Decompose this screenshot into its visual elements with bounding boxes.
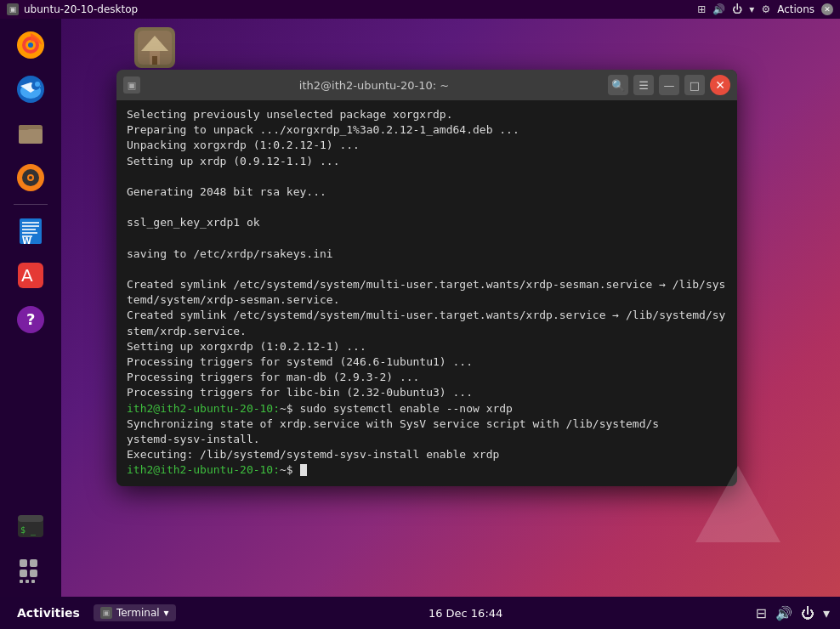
- terminal-output-line: Created symlink /etc/systemd/system/mult…: [127, 277, 727, 308]
- gear-icon: ⚙: [761, 3, 770, 15]
- svg-rect-30: [20, 559, 27, 567]
- svg-rect-18: [22, 225, 39, 227]
- svg-point-3: [28, 42, 33, 48]
- terminal-taskbar-label: Terminal: [116, 607, 160, 619]
- svg-rect-31: [30, 559, 37, 567]
- window-icon: ▣: [7, 3, 19, 15]
- taskbar-icon-show-apps[interactable]: [11, 551, 50, 590]
- terminal-output-line: Created symlink /etc/systemd/system/mult…: [127, 308, 727, 338]
- bottom-panel: Activities ▣ Terminal ▾ 16 Dec 16:44 ⊟ 🔊…: [0, 597, 840, 629]
- terminal-taskbar-button[interactable]: ▣ Terminal ▾: [94, 604, 176, 621]
- terminal-prompt-line: ith2@ith2-ubuntu-20-10:~$ sudo systemctl…: [127, 401, 727, 416]
- terminal-output-line: saving to /etc/xrdp/rsakeys.ini: [127, 246, 727, 262]
- svg-rect-11: [19, 125, 29, 130]
- taskbar-icon-help[interactable]: ?: [11, 300, 50, 339]
- terminal-window: ▣ ith2@ith2-ubuntu-20-10: ~ 🔍 ☰ — □ ✕ Se…: [116, 70, 737, 486]
- speaker-icon: 🔊: [712, 3, 725, 15]
- svg-rect-32: [20, 570, 27, 577]
- svg-rect-33: [30, 570, 37, 577]
- taskbar-bottom: $ _: [11, 507, 50, 597]
- svg-rect-34: [20, 580, 23, 583]
- terminal-output-line: ssl_gen_key_xrdp1 ok: [127, 215, 727, 230]
- svg-text:$ _: $ _: [20, 525, 37, 536]
- taskbar-icon-firefox[interactable]: [11, 26, 50, 65]
- top-bar-close-button[interactable]: ✕: [821, 3, 833, 15]
- svg-rect-17: [22, 222, 39, 224]
- svg-text:?: ?: [26, 310, 35, 328]
- top-bar: ▣ ubuntu-20-10-desktop ⊞ 🔊 ⏻ ▾ ⚙ Actions…: [0, 0, 840, 19]
- terminal-cmd: ~$ sudo systemctl enable --now xrdp: [280, 402, 513, 415]
- terminal-prompt-2: ith2@ith2-ubuntu-20-10:: [127, 463, 280, 476]
- chevron-down-icon: ▾: [749, 3, 754, 15]
- network-status-icon[interactable]: ⊟: [756, 605, 767, 621]
- window-title: ubuntu-20-10-desktop: [24, 3, 138, 15]
- terminal-output-line: ystemd-sysv-install.: [127, 432, 727, 447]
- terminal-taskbar-arrow: ▾: [164, 607, 169, 619]
- taskbar-icon-files[interactable]: [11, 114, 50, 153]
- activities-button[interactable]: Activities: [10, 603, 87, 623]
- svg-rect-28: [18, 515, 43, 522]
- network-icon: ⊞: [697, 3, 706, 15]
- taskbar: W A ? $ _: [0, 19, 61, 597]
- ubuntu-logo-decoration: [687, 457, 789, 563]
- terminal-output-line: Processing triggers for libc-bin (2.32-0…: [127, 385, 727, 400]
- power-status-icon[interactable]: ⏻: [801, 605, 814, 621]
- svg-rect-40: [152, 56, 157, 65]
- terminal-prompt: ith2@ith2-ubuntu-20-10:: [127, 402, 280, 415]
- svg-text:W: W: [22, 236, 31, 246]
- svg-rect-36: [31, 580, 35, 583]
- taskbar-icon-appstore[interactable]: A: [11, 256, 50, 295]
- top-bar-right: ⊞ 🔊 ⏻ ▾ ⚙ Actions ✕: [697, 3, 833, 15]
- terminal-output-line: [127, 231, 727, 246]
- terminal-output-line: Processing triggers for man-db (2.9.3-2)…: [127, 370, 727, 385]
- terminal-title: ith2@ith2-ubuntu-20-10: ~: [145, 79, 603, 92]
- taskbar-divider: [14, 204, 48, 205]
- clock: 16 Dec 16:44: [183, 607, 749, 620]
- taskbar-icon-rhythmbox[interactable]: [11, 158, 50, 197]
- terminal-output-line: [127, 169, 727, 184]
- terminal-prompt-line: ith2@ith2-ubuntu-20-10:~$: [127, 462, 727, 478]
- terminal-search-button[interactable]: 🔍: [608, 75, 628, 95]
- terminal-cmd-2: ~$: [280, 463, 299, 476]
- svg-text:A: A: [21, 265, 33, 286]
- terminal-output-line: Setting up xrdp (0.9.12-1.1) ...: [127, 154, 727, 169]
- power-icon: ⏻: [732, 3, 742, 15]
- terminal-output-line: Executing: /lib/systemd/systemd-sysv-ins…: [127, 447, 727, 462]
- terminal-window-icon: ▣: [123, 76, 140, 94]
- terminal-taskbar-icon: ▣: [100, 607, 112, 619]
- terminal-maximize-button[interactable]: □: [684, 75, 705, 95]
- terminal-output-line: Selecting previously unselected package …: [127, 107, 727, 122]
- terminal-output-line: [127, 200, 727, 215]
- svg-rect-19: [22, 229, 36, 230]
- volume-status-icon[interactable]: 🔊: [775, 605, 792, 621]
- terminal-body[interactable]: Selecting previously unselected package …: [116, 100, 737, 486]
- terminal-cursor: [300, 464, 307, 476]
- terminal-minimize-button[interactable]: —: [659, 75, 679, 95]
- terminal-output-line: Generating 2048 bit rsa key...: [127, 184, 727, 200]
- svg-rect-20: [22, 232, 37, 234]
- terminal-close-button[interactable]: ✕: [710, 75, 730, 95]
- terminal-output-line: Processing triggers for systemd (246.6-1…: [127, 354, 727, 370]
- main-area: W A ? $ _: [0, 19, 840, 597]
- terminal-output-line: [127, 262, 727, 277]
- desktop: Home RubbishBin ▣ ith2@i: [61, 19, 840, 597]
- svg-point-15: [29, 176, 32, 179]
- svg-rect-10: [19, 129, 43, 144]
- taskbar-icon-terminal[interactable]: $ _: [11, 507, 50, 546]
- svg-rect-35: [26, 580, 29, 583]
- terminal-titlebar: ▣ ith2@ith2-ubuntu-20-10: ~ 🔍 ☰ — □ ✕: [116, 70, 737, 100]
- terminal-output-line: Preparing to unpack .../xorgxrdp_1%3a0.2…: [127, 122, 727, 138]
- bottom-right: ⊟ 🔊 ⏻ ▾: [756, 605, 830, 621]
- terminal-output-line: Unpacking xorgxrdp (1:0.2.12-1) ...: [127, 138, 727, 153]
- actions-button[interactable]: Actions: [777, 3, 814, 15]
- taskbar-icon-thunderbird[interactable]: [11, 70, 50, 109]
- taskbar-icon-writer[interactable]: W: [11, 212, 50, 251]
- terminal-output-line: Synchronizing state of xrdp.service with…: [127, 416, 727, 432]
- terminal-menu-button[interactable]: ☰: [633, 75, 654, 95]
- svg-marker-48: [695, 466, 780, 542]
- system-menu-arrow[interactable]: ▾: [823, 605, 830, 621]
- top-bar-left: ▣ ubuntu-20-10-desktop: [7, 3, 138, 15]
- terminal-output-line: Setting up xorgxrdp (1:0.2.12-1) ...: [127, 339, 727, 354]
- svg-point-8: [35, 82, 40, 87]
